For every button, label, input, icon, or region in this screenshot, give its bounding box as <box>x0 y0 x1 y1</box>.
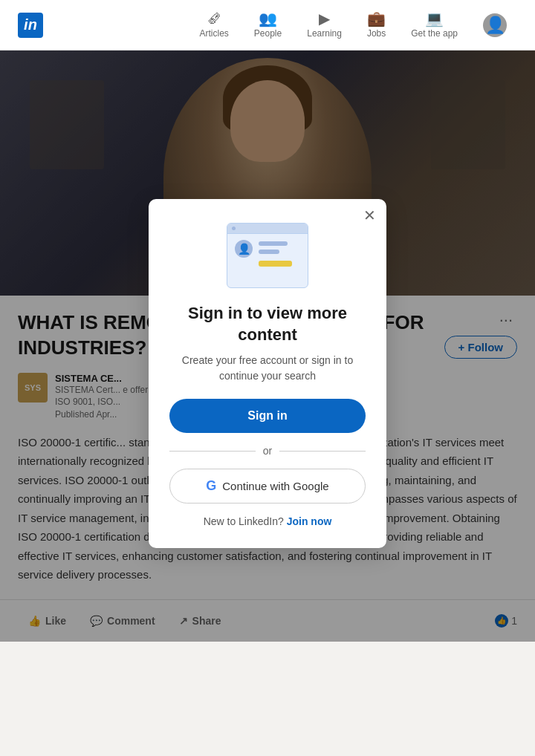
modal-card-body: 👤 <box>227 234 308 273</box>
get-the-app-icon: 💻 <box>425 11 444 26</box>
join-prompt: New to LinkedIn? <box>204 515 284 527</box>
people-icon: 👥 <box>259 11 277 26</box>
jobs-icon: 💼 <box>367 11 386 26</box>
modal-card-avatar-icon: 👤 <box>238 243 250 255</box>
modal-card-lines <box>259 240 300 267</box>
navbar-items: 🗞 Articles 👥 People ▶ Learning 💼 Jobs 💻 … <box>189 7 517 43</box>
modal-divider: or <box>169 445 366 457</box>
navbar-item-people[interactable]: 👥 People <box>244 7 292 43</box>
profile-avatar: 👤 <box>483 13 507 37</box>
modal-illustration: 👤 <box>169 223 366 288</box>
modal-card-line-3 <box>259 261 292 267</box>
navbar-item-get-the-app[interactable]: 💻 Get the app <box>401 7 468 43</box>
modal-subtitle: Create your free account or sign in to c… <box>169 353 366 384</box>
navbar-label-get-the-app: Get the app <box>411 28 458 39</box>
join-now-link[interactable]: Join now <box>287 515 332 527</box>
main-content: WHAT IS REMOTE ISO CERTIFICATION FOR IND… <box>0 50 535 642</box>
modal-card-top <box>227 224 308 234</box>
navbar-label-articles: Articles <box>199 28 228 39</box>
divider-line-right <box>279 451 366 452</box>
modal-title: Sign in to view more content <box>169 303 366 345</box>
sign-in-modal: ✕ 👤 <box>149 199 386 548</box>
google-icon: G <box>206 478 216 494</box>
navbar-item-jobs[interactable]: 💼 Jobs <box>357 7 396 43</box>
navbar-item-learning[interactable]: ▶ Learning <box>296 7 352 43</box>
modal-card-line-2 <box>259 250 279 254</box>
navbar-item-articles[interactable]: 🗞 Articles <box>189 7 239 43</box>
learning-icon: ▶ <box>319 11 330 26</box>
modal-join-text: New to LinkedIn? Join now <box>169 515 366 527</box>
continue-with-google-button[interactable]: G Continue with Google <box>169 469 366 504</box>
articles-icon: 🗞 <box>207 11 221 26</box>
divider-or-text: or <box>263 445 272 457</box>
modal-close-button[interactable]: ✕ <box>363 208 376 223</box>
modal-card-line-1 <box>259 241 288 246</box>
google-label: Continue with Google <box>222 480 328 492</box>
divider-line-left <box>169 451 256 452</box>
navbar-profile[interactable]: 👤 <box>473 9 517 42</box>
avatar-icon: 👤 <box>485 17 505 33</box>
modal-card-graphic: 👤 <box>227 223 308 288</box>
modal-card-avatar: 👤 <box>235 240 253 258</box>
navbar-label-learning: Learning <box>307 28 342 39</box>
sign-in-button[interactable]: Sign in <box>169 399 366 433</box>
modal-overlay: ✕ 👤 <box>0 50 535 642</box>
navbar: in 🗞 Articles 👥 People ▶ Learning 💼 Jobs… <box>0 0 535 50</box>
linkedin-logo[interactable]: in <box>18 13 43 38</box>
navbar-label-jobs: Jobs <box>367 28 386 39</box>
navbar-label-people: People <box>254 28 282 39</box>
modal-card-dot <box>232 227 236 230</box>
